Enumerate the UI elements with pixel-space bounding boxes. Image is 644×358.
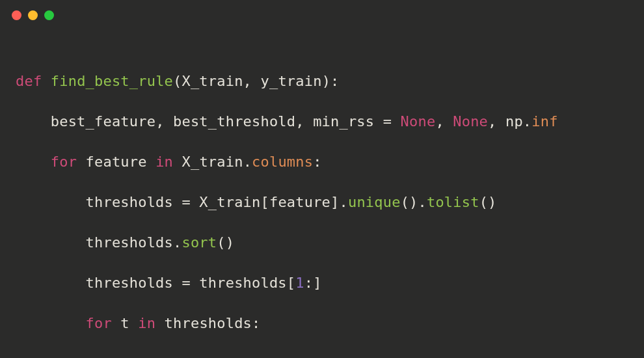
zoom-icon[interactable] bbox=[44, 10, 54, 20]
code-line: def find_best_rule(X_train, y_train): bbox=[16, 71, 628, 91]
window-traffic-lights bbox=[12, 10, 54, 20]
code-line: best_feature, best_threshold, min_rss = … bbox=[16, 111, 628, 131]
close-icon[interactable] bbox=[12, 10, 21, 20]
code-line: thresholds = thresholds[1:] bbox=[16, 273, 628, 293]
code-line: thresholds.sort() bbox=[16, 232, 628, 253]
code-line: for t in thresholds: bbox=[16, 313, 628, 333]
code-line: for feature in X_train.columns: bbox=[16, 152, 628, 172]
code-line: y_left_ix = X_train[feature] < t bbox=[16, 353, 628, 358]
minimize-icon[interactable] bbox=[28, 10, 38, 20]
code-editor: def find_best_rule(X_train, y_train): be… bbox=[16, 51, 628, 358]
keyword-def: def bbox=[16, 73, 42, 89]
code-window: def find_best_rule(X_train, y_train): be… bbox=[0, 0, 644, 358]
function-name: find_best_rule bbox=[51, 73, 173, 89]
code-line: thresholds = X_train[feature].unique().t… bbox=[16, 192, 628, 212]
